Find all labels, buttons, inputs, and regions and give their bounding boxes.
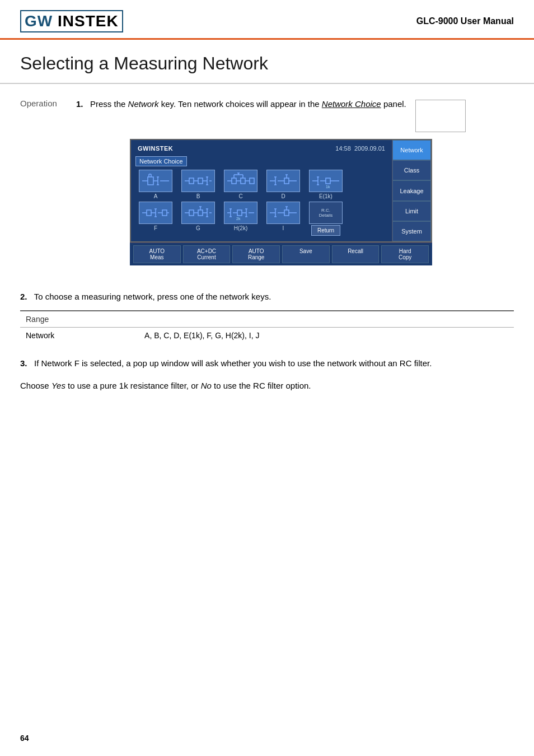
network-cell-E[interactable]: 1k E(1k)	[306, 170, 346, 199]
bottom-btn-hard-copy[interactable]: HardCopy	[381, 245, 429, 263]
network-label-E: E(1k)	[319, 193, 332, 199]
operation-label: Operation	[20, 97, 65, 108]
network-cell-G[interactable]: G	[178, 202, 218, 236]
bottom-btn-acdc-current[interactable]: AC+DCCurrent	[183, 245, 231, 263]
range-table: Range Network A, B, C, D, E(1k), F, G, H…	[20, 310, 514, 343]
page-number: 64	[20, 734, 29, 743]
lcd-screen: GWINSTEK 14:58 2009.09.01 Network Choice	[130, 139, 432, 242]
network-key-ref: Network	[128, 99, 159, 109]
step2-block: 2. To choose a measuring network, press …	[20, 290, 514, 343]
svg-text:1k: 1k	[326, 185, 330, 189]
network-choice-ref: Network Choice	[322, 99, 381, 109]
network-svg-B	[184, 171, 213, 190]
bottom-btn-auto-meas[interactable]: AUTOMeas	[133, 245, 181, 263]
step2-text: 2. To choose a measuring network, press …	[20, 290, 514, 304]
logo: GW INSTEK	[20, 10, 123, 32]
step1-row: Operation 1. Press the Network key. Ten …	[20, 97, 514, 277]
svg-rect-57	[189, 210, 194, 216]
rc-details-cell: R.C. Details Return	[306, 202, 346, 236]
svg-rect-1	[148, 177, 153, 185]
table-header-col2	[139, 311, 514, 328]
svg-rect-48	[147, 210, 151, 216]
network-label-A: A	[154, 193, 158, 199]
bottom-btn-recall[interactable]: Recall	[332, 245, 380, 263]
network-cell-C[interactable]: C	[221, 170, 261, 199]
network-cell-D[interactable]: D	[263, 170, 303, 199]
manual-title: GLC-9000 User Manual	[416, 16, 514, 26]
lcd-datetime: 14:58 2009.09.01	[335, 145, 385, 152]
bottom-btn-auto-range[interactable]: AUTORange	[232, 245, 280, 263]
step3-sub-text: Choose Yes to use a pure 1k resistance f…	[20, 379, 514, 393]
network-svg-G	[184, 203, 213, 222]
network-svg-E: 1k	[311, 171, 340, 190]
lcd-bottom-bar: AUTOMeas AC+DCCurrent AUTORange Save Rec…	[130, 242, 432, 265]
sidebar-btn-network[interactable]: Network	[392, 140, 431, 160]
network-label-I: I	[283, 225, 284, 231]
network-label-D: D	[281, 193, 285, 199]
network-cell-H[interactable]: 2k H(2k)	[221, 202, 261, 236]
sidebar-btn-limit[interactable]: Limit	[392, 201, 431, 221]
lcd-top-bar: GWINSTEK 14:58 2009.09.01	[135, 143, 387, 153]
network-cell-F[interactable]: F	[135, 202, 176, 236]
svg-rect-11	[189, 178, 194, 184]
rc-details-box[interactable]: R.C. Details	[309, 202, 343, 224]
network-label-G: G	[196, 225, 200, 231]
svg-rect-20	[232, 178, 236, 184]
network-cell-B[interactable]: B	[178, 170, 218, 199]
network-svg-A	[141, 171, 170, 190]
lcd-logo: GWINSTEK	[138, 145, 173, 152]
return-button[interactable]: Return	[311, 225, 340, 236]
svg-rect-84	[284, 210, 289, 216]
table-header-row: Range	[20, 311, 514, 328]
sidebar-btn-system[interactable]: System	[392, 221, 431, 241]
rc-details-label: R.C. Details	[319, 208, 332, 218]
lcd-main-area: GWINSTEK 14:58 2009.09.01 Network Choice	[131, 140, 392, 241]
sidebar-btn-class[interactable]: Class	[392, 160, 431, 180]
svg-rect-22	[241, 178, 245, 184]
svg-rect-54	[162, 210, 167, 216]
network-grid-row1: A	[135, 170, 387, 199]
network-cell-A[interactable]: A	[135, 170, 176, 199]
svg-text:2k: 2k	[236, 217, 241, 221]
table-header-col1: Range	[20, 311, 139, 328]
page-header: GW INSTEK GLC-9000 User Manual	[0, 0, 534, 40]
step3-block: 3. If Network F is selected, a pop up wi…	[20, 357, 514, 393]
network-icon-C[interactable]	[224, 170, 257, 192]
network-svg-D	[269, 171, 298, 190]
step1-text: 1. Press the Network key. Ten network ch…	[76, 97, 406, 111]
network-icon-G[interactable]	[181, 202, 215, 224]
table-network-value: A, B, C, D, E(1k), F, G, H(2k), I, J	[139, 328, 514, 344]
content-area: Operation 1. Press the Network key. Ten …	[0, 97, 534, 393]
network-cell-I[interactable]: I	[263, 202, 303, 236]
svg-rect-35	[284, 178, 289, 184]
svg-rect-59	[198, 210, 203, 216]
logo-box: GW INSTEK	[20, 10, 123, 32]
network-label-C: C	[238, 193, 242, 199]
svg-rect-44	[326, 178, 330, 184]
step1-text-col: 1. Press the Network key. Ten network ch…	[76, 97, 514, 277]
network-svg-H: 2k	[226, 203, 255, 222]
network-label-B: B	[196, 193, 200, 199]
step3-text: 3. If Network F is selected, a pop up wi…	[20, 357, 514, 370]
page-title: Selecting a Measuring Network	[20, 53, 514, 74]
sidebar-btn-leakage[interactable]: Leakage	[392, 180, 431, 200]
network-grid-row2: F	[135, 202, 387, 236]
network-icon-I[interactable]	[266, 202, 300, 224]
network-svg-I	[269, 203, 298, 222]
table-network-label: Network	[20, 328, 139, 344]
network-label-H: H(2k)	[234, 225, 247, 231]
network-icon-B[interactable]	[181, 170, 215, 192]
page-title-section: Selecting a Measuring Network	[0, 40, 534, 84]
small-panel-illustration	[415, 100, 466, 132]
network-icon-A[interactable]	[139, 170, 172, 192]
network-icon-H[interactable]: 2k	[224, 202, 257, 224]
network-icon-E[interactable]: 1k	[309, 170, 343, 192]
network-icon-D[interactable]	[266, 170, 300, 192]
network-icon-F[interactable]	[139, 202, 172, 224]
table-data-row: Network A, B, C, D, E(1k), F, G, H(2k), …	[20, 328, 514, 344]
network-svg-C	[226, 171, 255, 190]
bottom-btn-save[interactable]: Save	[282, 245, 330, 263]
network-svg-F	[141, 203, 170, 222]
lcd-panel-label: Network Choice	[135, 156, 187, 166]
lcd-screen-wrapper: GWINSTEK 14:58 2009.09.01 Network Choice	[130, 139, 432, 265]
